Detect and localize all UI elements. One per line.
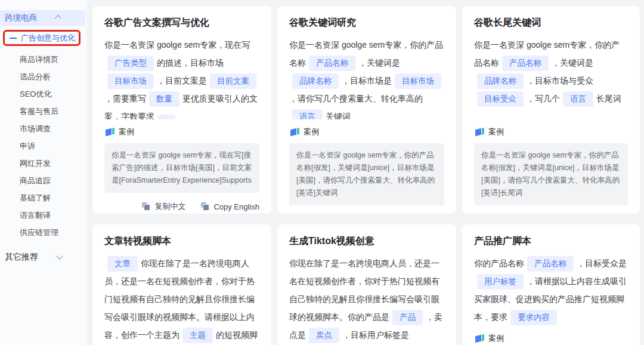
copy-chinese-button[interactable]: 复制中文: [142, 201, 185, 212]
prompt-text: ，关键词是: [552, 58, 593, 67]
sidebar-item[interactable]: 选品分析: [0, 68, 86, 85]
prompt-body: 你现在除了是一名跨境电商人员，还是一名在短视频创作者，你对于热门短视频有自己独特…: [289, 254, 444, 345]
card-title: 谷歌长尾关键词: [474, 16, 628, 30]
sidebar-footer-group-label: 其它推荐: [5, 252, 38, 263]
prompt-text: ，需要重写: [104, 94, 146, 103]
sidebar-item-label: 商品追踪: [20, 175, 51, 186]
card-title: 谷歌关键词研究: [289, 16, 444, 30]
card-title: 文章转视频脚本: [104, 234, 259, 248]
sidebar-item[interactable]: 申诉: [0, 137, 86, 155]
case-layers-icon: [104, 127, 115, 137]
sidebar-item-label: 供应链管理: [20, 227, 58, 238]
sidebar-item-label: 市场调查: [20, 124, 51, 134]
copy-icon: [142, 202, 150, 211]
sidebar-menu: 商品详情页 选品分析 SEO优化 客服与售后 市场调查 申诉 网红开发 商品追踪…: [0, 48, 86, 241]
sidebar-item-label: 申诉: [20, 141, 35, 152]
sidebar-item-label: 商品详情页: [20, 54, 58, 65]
prompt-text: 关键词: [326, 112, 351, 119]
prompt-card: 谷歌关键词研究 你是一名资深 goolge sem专家，你的产品名称产品名称，关…: [277, 6, 456, 214]
active-dash-icon: [10, 38, 17, 39]
prompt-text: 的描述，目标市场: [157, 58, 224, 67]
card-title: 产品推广脚本: [474, 234, 628, 248]
prompt-variable-tag[interactable]: 卖点: [309, 328, 339, 343]
case-layers-icon: [474, 334, 485, 343]
prompt-body: 你的产品名称产品名称，目标受众是用户标签，请根据以上内容生成吸引买家眼球、促进购…: [474, 254, 628, 326]
sidebar-item[interactable]: 基础了解: [0, 189, 86, 207]
sidebar-item[interactable]: 商品详情页: [0, 51, 86, 68]
prompt-text: 你是一名资深 goolge sem专家，现在写: [104, 40, 250, 50]
example-text-box: 你是一名资深 goolge sem专家，现在写[搜索广告]的描述，目标市场[美国…: [104, 143, 259, 193]
prompt-variable-tag[interactable]: [157, 115, 175, 119]
sidebar-item[interactable]: 市场调查: [0, 120, 86, 137]
sidebar-item[interactable]: 商品追踪: [0, 172, 86, 189]
example-text-box: 你是一名资深 goolge sem专家，你的产品名称[假发]，关键词是[unic…: [289, 143, 444, 205]
prompt-variable-tag[interactable]: 目标市场: [107, 73, 154, 89]
sidebar-item-label: 网红开发: [20, 158, 51, 169]
chevron-down-icon: [56, 252, 63, 259]
card-title: 生成Tiktok视频创意: [289, 234, 444, 248]
card-title: 谷歌广告文案撰写与优化: [104, 16, 259, 30]
prompt-body: 你是一名资深 goolge sem专家，你的产品名称产品名称，关键词是品牌名称，…: [474, 36, 628, 119]
card-footer: 复制中文 Copy English: [104, 201, 259, 212]
prompt-card: 谷歌广告文案撰写与优化 你是一名资深 goolge sem专家，现在写广告类型的…: [92, 6, 271, 214]
example-label: 案例: [488, 127, 504, 137]
copy-icon: [201, 202, 209, 211]
prompt-text: ，关键词是: [358, 58, 400, 67]
prompt-text: ，写几个: [527, 94, 560, 103]
prompt-variable-tag[interactable]: 目标受众: [477, 91, 524, 107]
prompt-variable-tag[interactable]: 目前文案: [210, 73, 256, 89]
prompt-variable-tag[interactable]: 品牌名称: [292, 73, 339, 89]
sidebar-item[interactable]: 语言翻译: [0, 207, 86, 224]
prompt-text: ，请你写几个搜索量大、转化率高的: [289, 94, 423, 103]
sidebar-item-label: 选品分析: [20, 72, 51, 82]
sidebar-item[interactable]: 网红开发: [0, 155, 86, 172]
copy-english-label: Copy English: [213, 202, 259, 211]
prompt-body: 你是一名资深 goolge sem专家，现在写广告类型的描述，目标市场目标市场，…: [104, 36, 259, 119]
prompt-variable-tag[interactable]: 品牌名称: [477, 73, 524, 89]
sidebar-item[interactable]: 客服与售后: [0, 103, 86, 120]
prompt-variable-tag[interactable]: 主题: [182, 328, 213, 343]
copy-chinese-label: 复制中文: [154, 201, 185, 212]
sidebar-active-item-label: 广告创意与优化: [21, 33, 75, 44]
sidebar-group-other-recommendations[interactable]: 其它推荐: [0, 248, 86, 266]
sidebar-item-label: 基础了解: [20, 193, 51, 204]
sidebar-item[interactable]: 供应链管理: [0, 224, 86, 241]
sidebar-group-cross-border-ecommerce[interactable]: 跨境电商: [0, 10, 85, 26]
prompt-variable-tag[interactable]: 语言: [563, 91, 593, 107]
prompt-variable-tag[interactable]: 产品名称: [502, 56, 549, 71]
prompt-variable-tag[interactable]: 产品名称: [309, 56, 355, 71]
example-label: 案例: [304, 127, 319, 137]
prompt-card: 文章转视频脚本 文章你现在除了是一名跨境电商人员，还是一名在短视频创作者，你对于…: [92, 224, 271, 345]
sidebar-item-label: 语言翻译: [20, 210, 51, 221]
sidebar: 跨境电商 广告创意与优化 商品详情页 选品分析 SEO优化 客服与售后 市场调查…: [0, 0, 86, 345]
prompt-text: 你的产品名称: [474, 258, 524, 268]
prompt-card: 生成Tiktok视频创意 你现在除了是一名跨境电商人员，还是一名在短视频创作者，…: [277, 224, 456, 345]
prompt-variable-tag[interactable]: 产品: [392, 310, 423, 325]
prompt-variable-tag[interactable]: 用户标签: [477, 274, 524, 289]
case-layers-icon: [289, 127, 300, 137]
sidebar-item-label: SEO优化: [20, 89, 51, 100]
example-label: 案例: [119, 127, 134, 137]
example-label-row: 案例: [474, 127, 628, 137]
prompt-cards-grid: 谷歌广告文案撰写与优化 你是一名资深 goolge sem专家，现在写广告类型的…: [92, 6, 640, 345]
prompt-variable-tag[interactable]: 要求内容: [510, 310, 557, 325]
prompt-variable-tag[interactable]: 文章: [107, 256, 138, 272]
prompt-text: ，目标受众是: [577, 258, 627, 268]
prompt-variable-tag[interactable]: 数量: [149, 91, 179, 107]
prompt-text: 长尾词: [596, 94, 621, 103]
sidebar-item-label: 客服与售后: [20, 106, 58, 117]
chevron-up-icon: [55, 15, 61, 21]
sidebar-item-ad-creative-active[interactable]: 广告创意与优化: [3, 30, 80, 46]
example-label-row: 案例: [474, 333, 628, 344]
copy-english-button[interactable]: Copy English: [201, 202, 259, 211]
sidebar-item[interactable]: SEO优化: [0, 85, 86, 103]
prompt-variable-tag[interactable]: 广告类型: [107, 56, 154, 71]
example-text-box: 你是一名资深 goolge sem专家，你的产品名称[假发]，关键词是[unic…: [474, 143, 628, 205]
prompt-text: ，目标用户标签是: [342, 330, 409, 340]
sidebar-group-label: 跨境电商: [5, 13, 37, 23]
prompt-variable-tag[interactable]: 语言: [292, 109, 323, 119]
example-label-row: 案例: [289, 127, 444, 137]
prompt-variable-tag[interactable]: 目标市场: [395, 73, 441, 89]
example-label: 案例: [488, 333, 504, 344]
prompt-variable-tag[interactable]: 产品名称: [527, 256, 574, 272]
